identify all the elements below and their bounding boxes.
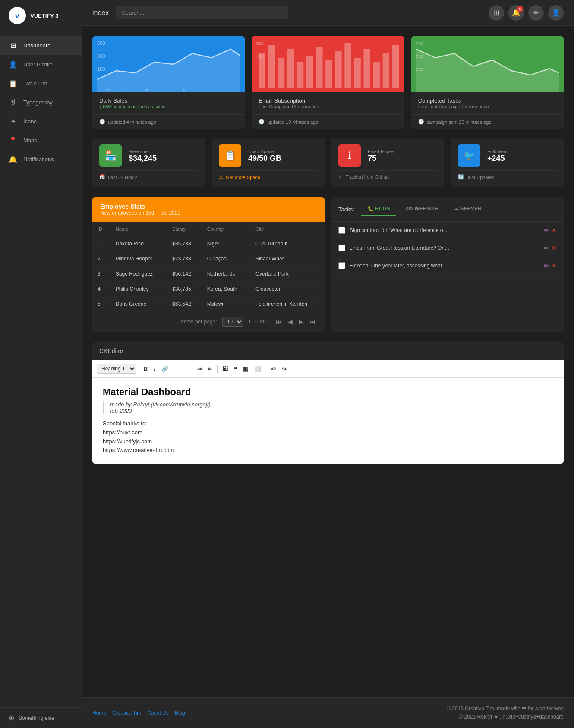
sidebar-item-typography[interactable]: ❡ Typography: [0, 93, 82, 112]
italic-button[interactable]: I: [151, 364, 158, 373]
cell-name: Doris Greene: [110, 297, 167, 312]
stat-card-daily-sales: 500 300 100 M T W T F Daily Sales ↑ 55% …: [92, 36, 245, 129]
items-per-page-label: Items per page:: [181, 319, 217, 325]
sidebar-label-icons: Icons: [23, 118, 37, 125]
svg-text:T: T: [164, 88, 167, 92]
image-button[interactable]: 🖼: [220, 364, 230, 373]
task-checkbox-2[interactable]: [338, 262, 345, 269]
cell-country: Malawi: [202, 297, 250, 312]
tasks-title: Completed Tasks: [418, 97, 557, 104]
svg-rect-15: [325, 60, 332, 88]
fixed-issues-icon: ℹ: [338, 144, 361, 167]
first-page-button[interactable]: ⏮: [274, 317, 284, 326]
items-per-page-select[interactable]: 10 25 50: [222, 317, 243, 327]
sidebar-item-icons[interactable]: ✦ Icons: [0, 112, 82, 131]
svg-text:M: M: [107, 88, 110, 92]
sidebar-nav: ⊞ Dashboard 👤 User Profile 📋 Table List …: [0, 31, 82, 707]
task-edit-0[interactable]: ✏: [544, 227, 549, 234]
tab-bugs[interactable]: 🐛 BUGS: [361, 202, 396, 216]
svg-text:500: 500: [256, 41, 264, 45]
followers-footer: 🔄 Just Updated: [458, 170, 557, 180]
bold-button[interactable]: B: [142, 364, 150, 373]
cell-city: Feldkirchen in Kärnten: [250, 297, 325, 312]
indent-button[interactable]: ⇥: [195, 364, 204, 373]
bullet-list-button[interactable]: ≡: [176, 364, 184, 373]
sidebar-item-maps[interactable]: 📍 Maps: [0, 131, 82, 150]
sidebar-label-notifications: Notifications: [23, 156, 54, 163]
table-button[interactable]: ▦: [241, 364, 250, 373]
tasks-card: Tasks: 🐛 BUGS </> WEBSITE ☁ SERVER: [331, 197, 564, 332]
sidebar-label-user-profile: User Profile: [23, 61, 53, 68]
header-actions: ⊞ 🔔 5 ✏ 👤: [489, 5, 564, 21]
sidebar-item-user-profile[interactable]: 👤 User Profile: [0, 55, 82, 74]
tag-icon: 🏷: [338, 174, 343, 179]
used-space-value: 49/50 GB: [248, 154, 318, 163]
task-checkbox-0[interactable]: [338, 227, 345, 234]
tab-server[interactable]: ☁ SERVER: [448, 202, 487, 216]
editor-toolbar: Heading 1 Heading 2 Paragraph B I 🔗 ≡ ≡ …: [92, 360, 564, 378]
quote-button[interactable]: ❝: [232, 364, 239, 373]
heading-select[interactable]: Heading 1 Heading 2 Paragraph: [97, 364, 136, 374]
media-button[interactable]: ⬜: [252, 364, 263, 373]
notification-button[interactable]: 🔔 5: [508, 5, 524, 21]
svg-rect-22: [392, 45, 399, 88]
fixed-issues-label: Fixed Issues: [368, 149, 437, 154]
editor-content[interactable]: Material Dashboard made by Rekryt (vk.co…: [92, 378, 564, 464]
redo-button[interactable]: ↪: [280, 364, 289, 373]
profile-button[interactable]: 👤: [548, 5, 564, 21]
task-delete-2[interactable]: ✕: [552, 262, 557, 269]
mini-stats-row: 🏪 Revenue $34,245 📅 Last 24 Hours 📋 Used: [92, 138, 564, 187]
clock-icon-2: 🕐: [259, 119, 265, 125]
undo-button[interactable]: ↩: [269, 364, 278, 373]
sidebar-item-notifications[interactable]: 🔔 Notifications: [0, 150, 82, 169]
search-input[interactable]: [116, 6, 288, 19]
svg-rect-10: [278, 58, 284, 88]
bug-icon: 🐛: [367, 206, 374, 212]
task-text-0: Sign contract for "What are conference o…: [350, 227, 539, 233]
settings-button[interactable]: ✏: [528, 5, 544, 21]
maps-icon: 📍: [9, 136, 17, 144]
table-header-sub: New employees on 15th Feb, 2023: [100, 210, 317, 216]
tab-website[interactable]: </> WEBSITE: [400, 202, 444, 216]
outdent-button[interactable]: ⇤: [205, 364, 214, 373]
used-space-label: Used Space: [248, 149, 318, 154]
table-header-row: ID Name Salary Country City: [92, 222, 325, 236]
task-edit-1[interactable]: ✏: [544, 245, 549, 251]
table-row: 4 Philip Chanley $38,735 Korea, South Gl…: [92, 282, 325, 297]
refresh-icon: 🔄: [458, 174, 464, 180]
cell-salary: $38,735: [167, 282, 202, 297]
footer-link-about-us[interactable]: About Us: [147, 710, 168, 716]
task-delete-0[interactable]: ✕: [552, 227, 557, 234]
next-page-button[interactable]: ▶: [296, 317, 306, 326]
task-checkbox-1[interactable]: [338, 245, 345, 251]
footer-right: © 2019 Creative Tim, made with ❤ for a b…: [447, 705, 564, 721]
footer-link-blog[interactable]: Blog: [175, 710, 185, 716]
svg-text:300: 300: [97, 54, 105, 59]
email-body: Email Subscription Last Campaign Perform…: [252, 92, 404, 114]
logo-icon: V: [9, 7, 26, 24]
notification-badge: 5: [517, 6, 523, 12]
sidebar-footer[interactable]: ⊕ Something else: [0, 707, 82, 728]
svg-text:100: 100: [97, 67, 105, 72]
svg-rect-9: [268, 45, 275, 88]
link-button[interactable]: 🔗: [159, 364, 170, 373]
mini-card-fixed-issues: ℹ Fixed Issues 75 🏷 Tracked from Github: [331, 138, 444, 187]
numbered-list-button[interactable]: ≡: [186, 364, 193, 373]
last-page-button[interactable]: ⏭: [307, 317, 318, 326]
footer-link-creative-tim[interactable]: Creative Tim: [112, 710, 141, 716]
footer-link-home[interactable]: Home: [92, 710, 106, 716]
sidebar-item-dashboard[interactable]: ⊞ Dashboard: [0, 36, 82, 55]
task-edit-2[interactable]: ✏: [544, 262, 549, 269]
svg-text:F: F: [183, 88, 186, 92]
sidebar-item-table-list[interactable]: 📋 Table List: [0, 74, 82, 93]
tasks-body: Completed Tasks Last Last Campaign Perfo…: [411, 92, 564, 114]
mini-card-revenue: 🏪 Revenue $34,245 📅 Last 24 Hours: [92, 138, 205, 187]
task-delete-1[interactable]: ✕: [552, 245, 557, 251]
prev-page-button[interactable]: ◀: [286, 317, 295, 326]
revenue-header: 🏪 Revenue $34,245: [99, 144, 198, 167]
stat-card-tasks: 700 500 300 Completed Tasks Last Last Ca…: [411, 36, 564, 129]
table-row: 3 Sage Rodriguez $56,142 Netherlands Ove…: [92, 267, 325, 282]
icons-icon: ✦: [9, 117, 17, 126]
cell-name: Sage Rodriguez: [110, 267, 167, 282]
grid-button[interactable]: ⊞: [489, 5, 504, 21]
